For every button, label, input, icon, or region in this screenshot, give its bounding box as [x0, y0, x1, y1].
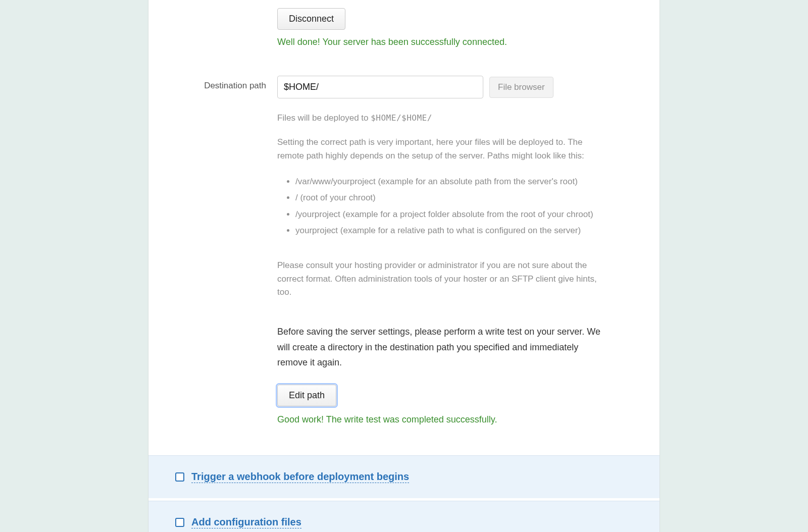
config-files-checkbox[interactable]: [175, 518, 184, 527]
deploy-hint-path: $HOME/$HOME/: [371, 113, 432, 123]
list-item: / (root of your chroot): [295, 190, 611, 206]
destination-path-input[interactable]: [277, 76, 483, 98]
deploy-hint-prefix: Files will be deployed to: [277, 113, 371, 123]
connection-row: Disconnect Well done! Your server has be…: [175, 8, 633, 47]
webhook-checkbox[interactable]: [175, 472, 184, 482]
webhook-section[interactable]: Trigger a webhook before deployment begi…: [148, 455, 660, 498]
write-test-success-message: Good work! The write test was completed …: [277, 414, 611, 425]
file-browser-button[interactable]: File browser: [489, 77, 553, 98]
destination-help-intro: Setting the correct path is very importa…: [277, 136, 611, 163]
edit-path-row: Edit path: [277, 385, 611, 406]
path-examples-list: /var/www/yourproject (example for an abs…: [277, 174, 611, 239]
list-item: /yourproject (example for a project fold…: [295, 206, 611, 223]
disconnect-button[interactable]: Disconnect: [277, 8, 345, 30]
connection-field: Disconnect Well done! Your server has be…: [277, 8, 611, 47]
deploy-path-hint: Files will be deployed to $HOME/$HOME/: [277, 112, 611, 125]
config-files-section-link[interactable]: Add configuration files: [191, 516, 301, 528]
destination-label: Destination path: [175, 76, 277, 91]
destination-row: Destination path File browser Files will…: [175, 76, 633, 425]
write-test-info: Before saving the server settings, pleas…: [277, 324, 611, 370]
destination-field: File browser Files will be deployed to $…: [277, 76, 611, 425]
webhook-section-link[interactable]: Trigger a webhook before deployment begi…: [191, 471, 409, 483]
settings-panel: Disconnect Well done! Your server has be…: [148, 0, 660, 455]
config-files-section[interactable]: Add configuration files: [148, 501, 660, 532]
destination-help-outro: Please consult your hosting provider or …: [277, 259, 611, 299]
connection-label-spacer: [175, 8, 277, 13]
list-item: yourproject (example for a relative path…: [295, 223, 611, 239]
destination-input-row: File browser: [277, 76, 611, 98]
edit-path-button[interactable]: Edit path: [277, 385, 336, 406]
connection-success-message: Well done! Your server has been successf…: [277, 37, 611, 47]
main-container: Disconnect Well done! Your server has be…: [148, 0, 660, 532]
list-item: /var/www/yourproject (example for an abs…: [295, 174, 611, 190]
